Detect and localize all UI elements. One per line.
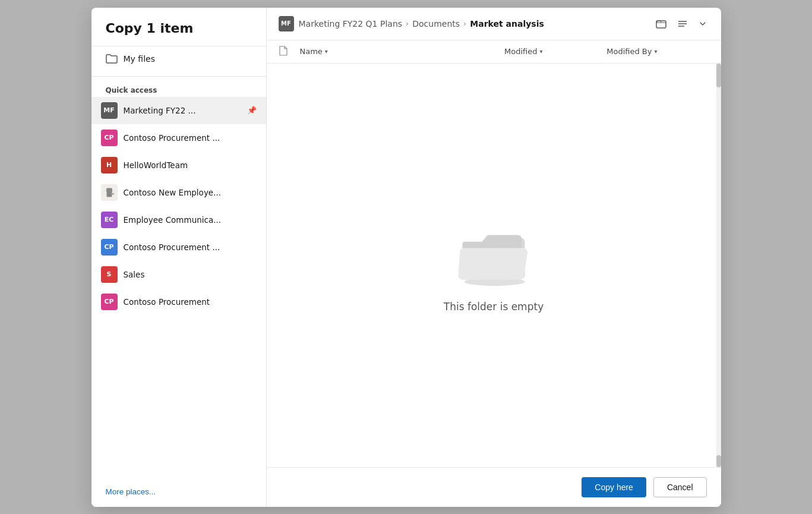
site-item[interactable]: S Sales	[91, 261, 266, 288]
breadcrumb-parts: Marketing FY22 Q1 Plans › Documents › Ma…	[299, 19, 653, 29]
chevron-down-button[interactable]	[696, 18, 709, 29]
site-item[interactable]: CP Contoso Procurement	[91, 288, 266, 316]
empty-folder-text: This folder is empty	[444, 301, 544, 313]
my-files-label: My files	[124, 54, 155, 64]
site-avatar: CP	[101, 294, 118, 310]
copy-item-dialog: Copy 1 item My files Quick access M	[91, 8, 721, 507]
site-item[interactable]: MF Marketing FY22 ... 📌	[91, 97, 266, 124]
modified-by-sort-icon: ▾	[654, 48, 657, 55]
site-avatar: CP	[101, 130, 118, 146]
breadcrumb-sep-1: ›	[406, 19, 409, 28]
site-name: Contoso Procurement ...	[124, 133, 257, 143]
modified-sort-icon: ▾	[539, 48, 542, 55]
dialog-footer: Copy here Cancel	[267, 467, 721, 507]
site-item[interactable]: Contoso New Employe...	[91, 179, 266, 206]
col-modified-header[interactable]: Modified ▾	[504, 47, 606, 56]
breadcrumb-sep-2: ›	[463, 19, 466, 28]
pin-icon: 📌	[247, 106, 257, 115]
dialog-overlay: Copy 1 item My files Quick access M	[0, 0, 812, 514]
breadcrumb-bar: MF Marketing FY22 Q1 Plans › Documents ›…	[267, 8, 721, 40]
breadcrumb-part-3: Market analysis	[470, 19, 544, 29]
copy-here-button[interactable]: Copy here	[582, 477, 646, 497]
site-item[interactable]: CP Contoso Procurement ...	[91, 234, 266, 261]
site-avatar: CP	[101, 239, 118, 256]
site-name: Contoso Procurement ...	[124, 242, 257, 252]
menu-button[interactable]	[675, 18, 690, 30]
site-avatar: EC	[101, 212, 118, 228]
site-item[interactable]: CP Contoso Procurement ...	[91, 124, 266, 152]
more-places-button[interactable]: More places...	[91, 481, 266, 507]
scrollbar-track[interactable]	[716, 64, 721, 467]
site-name: Employee Communica...	[124, 215, 257, 225]
left-panel: Copy 1 item My files Quick access M	[91, 8, 267, 507]
site-name: Marketing FY22 ...	[124, 106, 241, 115]
empty-folder-area: This folder is empty	[267, 64, 721, 467]
empty-folder-illustration	[452, 217, 535, 289]
site-avatar	[101, 184, 118, 201]
new-folder-button[interactable]	[653, 17, 669, 30]
cancel-button[interactable]: Cancel	[653, 477, 707, 497]
right-scroll: This folder is empty	[267, 64, 721, 467]
site-item[interactable]: H HelloWorldTeam	[91, 152, 266, 179]
dialog-title: Copy 1 item	[106, 21, 252, 36]
site-name: Contoso New Employe...	[124, 188, 257, 197]
table-header: Name ▾ Modified ▾ Modified By ▾	[267, 40, 721, 64]
my-files-row[interactable]: My files	[91, 46, 266, 71]
col-modified-by-header[interactable]: Modified By ▾	[606, 47, 709, 56]
dialog-body: Copy 1 item My files Quick access M	[91, 8, 721, 507]
quick-access-label: Quick access	[91, 81, 266, 97]
site-avatar: H	[101, 157, 118, 174]
section-divider	[91, 76, 266, 77]
site-name: Contoso Procurement	[124, 297, 257, 307]
scrollbar-thumb-top[interactable]	[716, 64, 721, 87]
col-icon	[279, 45, 300, 58]
site-name: HelloWorldTeam	[124, 160, 257, 170]
breadcrumb-part-1[interactable]: Marketing FY22 Q1 Plans	[299, 19, 403, 29]
site-item[interactable]: EC Employee Communica...	[91, 206, 266, 234]
name-sort-icon: ▾	[325, 48, 328, 55]
col-name-header[interactable]: Name ▾	[300, 47, 505, 56]
site-list: MF Marketing FY22 ... 📌 CP Contoso Procu…	[91, 97, 266, 481]
left-header: Copy 1 item	[91, 8, 266, 46]
breadcrumb-actions	[653, 17, 709, 30]
site-avatar: S	[101, 266, 118, 283]
breadcrumb-site-avatar: MF	[279, 16, 294, 31]
folder-icon	[106, 53, 118, 64]
site-name: Sales	[124, 270, 257, 279]
right-panel: MF Marketing FY22 Q1 Plans › Documents ›…	[267, 8, 721, 507]
breadcrumb-part-2[interactable]: Documents	[412, 19, 460, 29]
site-avatar: MF	[101, 102, 118, 119]
scrollbar-thumb-bottom[interactable]	[716, 455, 721, 467]
